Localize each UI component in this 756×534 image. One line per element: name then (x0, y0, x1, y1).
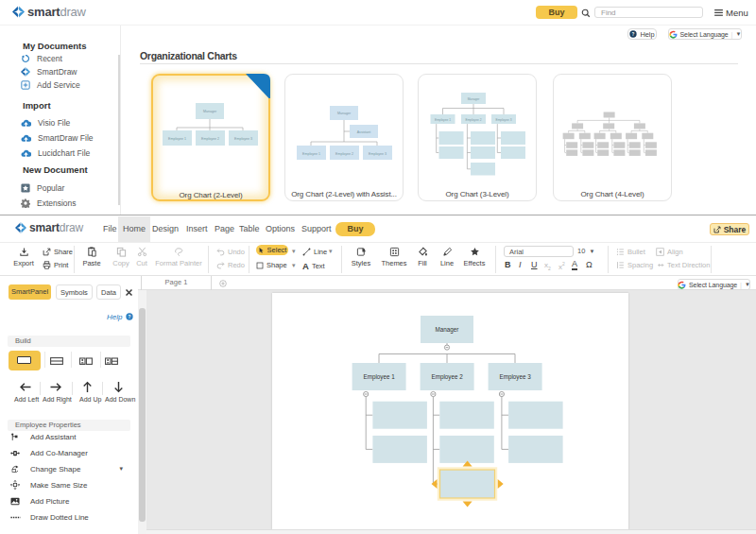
svg-text:Employee 1: Employee 1 (435, 118, 451, 122)
svg-text:Employee 2: Employee 2 (431, 373, 463, 381)
svg-text:Employee 1: Employee 1 (302, 152, 320, 156)
svg-text:Employee 3: Employee 3 (496, 118, 512, 122)
svg-text:Employee 1: Employee 1 (363, 373, 395, 381)
svg-text:?: ? (632, 32, 635, 37)
svg-text:Manager: Manager (436, 326, 459, 334)
svg-text:Manager: Manager (337, 112, 352, 115)
svg-text:Manager: Manager (468, 97, 481, 101)
svg-text:Employee 2: Employee 2 (335, 152, 353, 156)
svg-text:Employee 3: Employee 3 (234, 137, 252, 141)
svg-text:Employee 3: Employee 3 (369, 152, 387, 156)
svg-text:Employee 2: Employee 2 (466, 118, 482, 122)
svg-text:Employee 3: Employee 3 (499, 373, 531, 381)
svg-text:?: ? (129, 315, 131, 319)
svg-text:Manager: Manager (203, 110, 217, 113)
svg-text:Assistant: Assistant (357, 130, 371, 134)
svg-text:Employee 2: Employee 2 (201, 137, 219, 141)
svg-text:Employee 1: Employee 1 (168, 137, 186, 141)
